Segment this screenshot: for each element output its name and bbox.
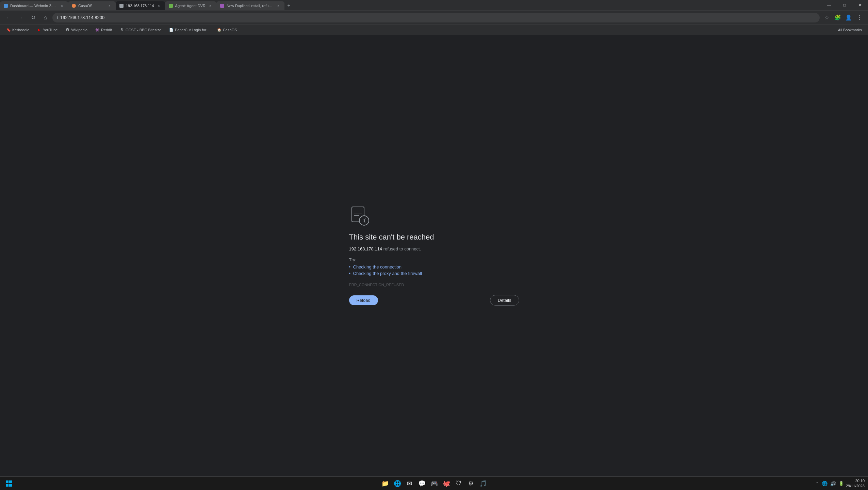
- reload-page-button[interactable]: Reload: [349, 295, 378, 305]
- start-button[interactable]: [3, 478, 14, 489]
- nav-actions: ☆ 🧩 👤 ⋮: [822, 13, 865, 23]
- maximize-button[interactable]: □: [837, 0, 852, 10]
- bookmark-label-6: CasaOS: [223, 28, 237, 32]
- error-suffix: refused to connect.: [382, 246, 421, 251]
- bookmark-item-5[interactable]: 📄PaperCut Login for...: [166, 27, 212, 33]
- svg-rect-5: [6, 480, 9, 483]
- bookmark-favicon-6: 🏠: [217, 28, 222, 32]
- back-button[interactable]: ←: [3, 13, 14, 23]
- svg-rect-7: [6, 484, 9, 487]
- tab-close-tab-5[interactable]: ×: [276, 3, 281, 9]
- new-tab-button[interactable]: +: [284, 1, 293, 10]
- address-bar-info-icon: ℹ: [56, 15, 58, 20]
- window-controls: — □ ✕: [821, 0, 868, 10]
- all-bookmarks-button[interactable]: All Bookmarks: [835, 27, 865, 33]
- profile-button[interactable]: 👤: [844, 13, 854, 23]
- tab-tab-3[interactable]: 192.168.178.114×: [116, 1, 165, 10]
- system-tray: ⌃ 🌐 🔊 🔋: [816, 481, 844, 486]
- clock-time: 20:10: [846, 478, 865, 483]
- all-bookmarks-label: All Bookmarks: [838, 28, 862, 32]
- error-suggestions-list: Checking the connectionChecking the prox…: [349, 264, 422, 277]
- error-try-label: Try:: [349, 257, 357, 262]
- tray-battery[interactable]: 🔋: [839, 481, 844, 486]
- error-buttons: Reload Details: [349, 295, 519, 306]
- error-title: This site can't be reached: [349, 233, 434, 242]
- bookmark-label-0: Kerboodle: [12, 28, 29, 32]
- taskbar-icon-mail[interactable]: ✉: [404, 478, 415, 489]
- bookmark-star-button[interactable]: ☆: [822, 13, 832, 23]
- bookmark-item-6[interactable]: 🏠CasaOS: [214, 27, 240, 33]
- bookmark-favicon-5: 📄: [169, 28, 174, 32]
- taskbar-icon-github[interactable]: 🐙: [441, 478, 452, 489]
- address-text: 192.168.178.114:8200: [60, 15, 816, 20]
- tab-tab-5[interactable]: New Duplicati install, refusing×: [216, 1, 284, 10]
- bookmark-label-5: PaperCut Login for...: [175, 28, 209, 32]
- tab-favicon-tab-3: [119, 3, 124, 8]
- tab-tab-2[interactable]: CasaOS×: [68, 1, 116, 10]
- tab-favicon-tab-1: [3, 3, 8, 8]
- error-description: 192.168.178.114 refused to connect.: [349, 246, 421, 252]
- main-content: :( This site can't be reached 192.168.17…: [0, 35, 868, 476]
- error-code: ERR_CONNECTION_REFUSED: [349, 283, 404, 287]
- error-container: :( This site can't be reached 192.168.17…: [349, 206, 519, 306]
- more-button[interactable]: ⋮: [854, 13, 865, 23]
- tray-network[interactable]: 🌐: [822, 481, 828, 486]
- tab-close-tab-1[interactable]: ×: [59, 3, 65, 9]
- taskbar-right: ⌃ 🌐 🔊 🔋 20:10 29/11/2023: [816, 478, 865, 488]
- title-bar: Dashboard — Webmin 2.105×CasaOS×192.168.…: [0, 0, 868, 10]
- taskbar: 📁🌐✉💬🎮🐙🛡⚙🎵 ⌃ 🌐 🔊 🔋 20:10 29/11/2023: [0, 476, 868, 490]
- bookmark-item-3[interactable]: 👾Reddit: [92, 27, 115, 33]
- svg-rect-8: [9, 484, 12, 487]
- svg-rect-6: [9, 480, 12, 483]
- tray-arrow[interactable]: ⌃: [816, 481, 819, 486]
- taskbar-icon-chrome[interactable]: 🌐: [392, 478, 403, 489]
- error-icon: :(: [349, 206, 370, 226]
- bookmarks-bar: 🔖Kerboodle▶YouTubeWWikipedia👾RedditBGCSE…: [0, 24, 868, 35]
- bookmark-item-0[interactable]: 🔖Kerboodle: [3, 27, 32, 33]
- bookmark-favicon-0: 🔖: [6, 28, 11, 32]
- extension-puzzle-button[interactable]: 🧩: [833, 13, 843, 23]
- forward-button[interactable]: →: [16, 13, 26, 23]
- taskbar-icon-file-explorer[interactable]: 📁: [380, 478, 391, 489]
- details-button[interactable]: Details: [490, 295, 519, 306]
- taskbar-icon-settings[interactable]: ⚙: [465, 478, 476, 489]
- svg-text::(: :(: [362, 217, 366, 223]
- tab-title-tab-5: New Duplicati install, refusing: [227, 4, 274, 8]
- tab-favicon-tab-5: [220, 3, 225, 8]
- taskbar-icon-media[interactable]: 🎵: [478, 478, 489, 489]
- bookmark-favicon-2: W: [65, 28, 70, 32]
- home-button[interactable]: ⌂: [40, 13, 50, 23]
- tab-title-tab-3: 192.168.178.114: [126, 4, 154, 8]
- bookmark-favicon-3: 👾: [95, 28, 100, 32]
- bookmark-item-1[interactable]: ▶YouTube: [34, 27, 60, 33]
- tab-title-tab-1: Dashboard — Webmin 2.105: [10, 4, 57, 8]
- navigation-bar: ← → ↻ ⌂ ℹ 192.168.178.114:8200 ☆ 🧩 👤 ⋮: [0, 10, 868, 24]
- bookmark-item-4[interactable]: BGCSE - BBC Bitesize: [117, 27, 164, 33]
- clock[interactable]: 20:10 29/11/2023: [846, 478, 865, 488]
- bookmark-label-1: YouTube: [43, 28, 58, 32]
- tab-favicon-tab-2: [71, 3, 76, 8]
- bookmark-label-2: Wikipedia: [71, 28, 87, 32]
- tab-tab-1[interactable]: Dashboard — Webmin 2.105×: [0, 1, 68, 10]
- tab-close-tab-4[interactable]: ×: [208, 3, 213, 9]
- taskbar-icon-steam[interactable]: 🎮: [429, 478, 440, 489]
- minimize-button[interactable]: —: [821, 0, 837, 10]
- tray-volume[interactable]: 🔊: [830, 481, 836, 486]
- bookmark-favicon-1: ▶: [37, 28, 42, 32]
- tabs-container: Dashboard — Webmin 2.105×CasaOS×192.168.…: [0, 0, 821, 10]
- tab-title-tab-2: CasaOS: [78, 4, 105, 8]
- tab-close-tab-2[interactable]: ×: [107, 3, 112, 9]
- bookmark-item-2[interactable]: WWikipedia: [62, 27, 90, 33]
- taskbar-icon-teams[interactable]: 💬: [416, 478, 427, 489]
- bookmark-label-4: GCSE - BBC Bitesize: [126, 28, 161, 32]
- tab-title-tab-4: Agent: Agent DVR: [175, 4, 206, 8]
- address-bar[interactable]: ℹ 192.168.178.114:8200: [52, 13, 820, 22]
- error-suggestion-1: Checking the proxy and the firewall: [349, 271, 422, 276]
- close-button[interactable]: ✕: [852, 0, 868, 10]
- tab-tab-4[interactable]: Agent: Agent DVR×: [165, 1, 216, 10]
- taskbar-center: 📁🌐✉💬🎮🐙🛡⚙🎵: [380, 478, 489, 489]
- taskbar-icon-security[interactable]: 🛡: [453, 478, 464, 489]
- tab-close-tab-3[interactable]: ×: [156, 3, 162, 9]
- reload-button[interactable]: ↻: [28, 13, 38, 23]
- taskbar-left: [3, 478, 14, 489]
